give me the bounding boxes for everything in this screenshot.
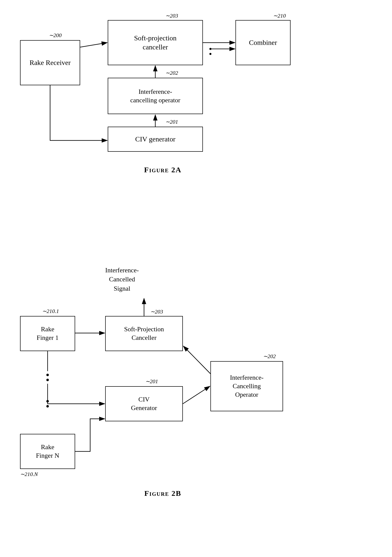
svg-point-15	[46, 405, 49, 408]
rake-receiver-label: Rake Receiver	[30, 58, 71, 67]
combiner-box-2a: Combiner	[235, 20, 291, 65]
soft-projection-label-2a: Soft-projectioncanceller	[134, 34, 177, 52]
civ-generator-label-2a: CIV generator	[135, 135, 175, 144]
interference-cancelling-box-2a: Interference-cancelling operator	[108, 78, 203, 114]
svg-line-16	[183, 386, 210, 404]
soft-projection-box-2a: Soft-projectioncanceller	[108, 20, 203, 65]
interference-ref-2a: ∼202	[165, 70, 178, 76]
svg-line-17	[183, 346, 210, 374]
rake-receiver-box: Rake Receiver	[20, 40, 80, 85]
figure-2b-caption: Figure 2B	[0, 489, 326, 498]
svg-point-12	[46, 374, 49, 376]
svg-line-1	[80, 43, 107, 47]
arrows-2b	[0, 263, 326, 489]
diagram-container: Rake Receiver ∼200 Soft-projectioncancel…	[0, 0, 392, 557]
combiner-label-2a: Combiner	[249, 38, 277, 47]
rake-receiver-ref: ∼200	[49, 32, 62, 39]
svg-point-5	[209, 48, 211, 50]
soft-proj-ref-2a: ∼203	[165, 13, 178, 19]
figure-2a-caption: Figure 2A	[0, 166, 326, 174]
civ-ref-2a: ∼201	[165, 119, 178, 125]
combiner-ref-2a: ∼210	[273, 13, 286, 19]
interference-cancelling-label-2a: Interference-cancelling operator	[130, 88, 180, 105]
svg-point-6	[209, 53, 211, 55]
svg-point-13	[46, 379, 49, 381]
civ-generator-box-2a: CIV generator	[108, 127, 203, 152]
svg-point-14	[46, 400, 49, 403]
